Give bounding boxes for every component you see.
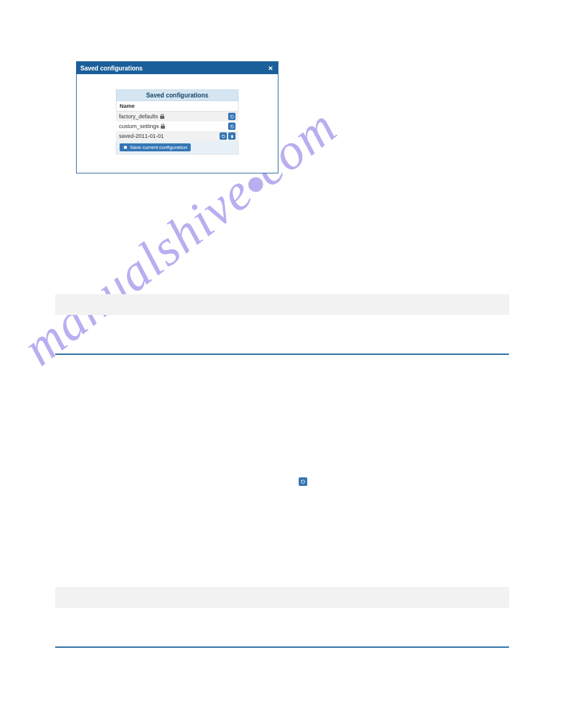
content-block — [55, 294, 509, 315]
lock-icon — [160, 114, 164, 119]
content-block — [55, 587, 509, 608]
table-row: custom_settings — [116, 121, 239, 131]
restore-icon[interactable] — [228, 123, 236, 130]
config-rows: factory_defaults custom_settings — [116, 112, 239, 141]
lock-icon — [161, 124, 165, 129]
configurations-table: Saved configurations Name factory_defaul… — [116, 89, 239, 154]
restore-icon — [299, 477, 307, 486]
delete-icon[interactable] — [228, 132, 236, 140]
table-row: factory_defaults — [116, 112, 239, 121]
section-divider — [55, 646, 509, 648]
table-row: saved-2011-01-01 — [116, 131, 239, 141]
section-divider — [55, 354, 509, 355]
row-name: factory_defaults — [119, 113, 164, 119]
row-name: custom_settings — [119, 123, 165, 129]
saved-configurations-dialog: Saved configurations ✕ Saved configurati… — [76, 61, 278, 173]
restore-icon[interactable] — [220, 132, 227, 140]
dialog-title: Saved configurations — [80, 65, 143, 72]
floppy-icon — [123, 145, 128, 150]
close-icon[interactable]: ✕ — [267, 64, 274, 72]
column-header-name: Name — [116, 101, 239, 112]
table-header: Saved configurations — [116, 89, 239, 101]
save-current-configuration-button[interactable]: Save current configuration — [120, 143, 191, 151]
restore-icon[interactable] — [228, 113, 236, 120]
dialog-titlebar: Saved configurations ✕ — [77, 62, 278, 74]
save-button-row: Save current configuration — [116, 141, 239, 154]
watermark-text: manualshivecom — [7, 93, 557, 643]
row-name: saved-2011-01-01 — [119, 133, 164, 139]
